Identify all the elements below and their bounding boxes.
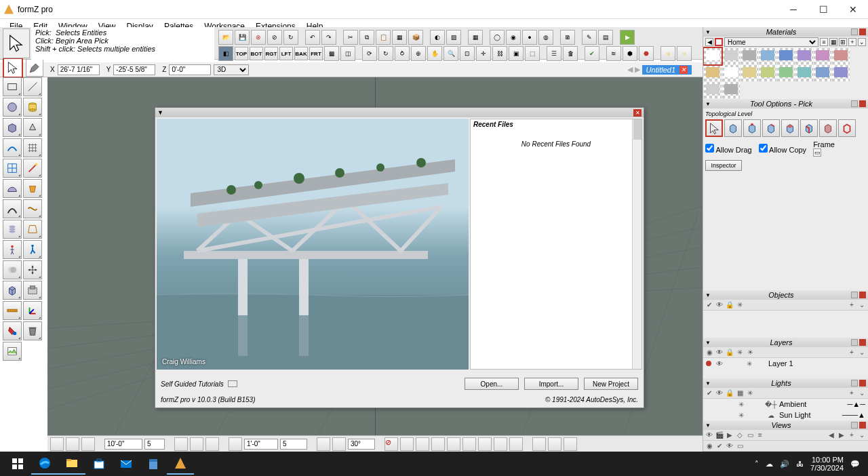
tray-up-icon[interactable]: ˄ [755,460,759,469]
shade1-icon[interactable]: ◐ [430,30,445,45]
close-doc-icon[interactable]: ✕ [679,66,688,74]
box-icon[interactable]: ▦ [392,30,407,45]
calendar-icon[interactable]: ▤ [598,30,613,45]
material-swatch[interactable] [722,82,740,98]
paste-icon[interactable]: 📋 [376,30,391,45]
osnap-int-icon[interactable] [447,437,460,451]
boolean-tool-icon[interactable] [3,260,22,279]
screw-tool-icon[interactable] [3,220,22,239]
spline-tool-icon[interactable] [23,199,42,218]
rect-tool-icon[interactable] [3,77,22,96]
notifications-icon[interactable]: 💬 [850,460,860,469]
vw-opts-icon[interactable]: ≡ [756,431,764,439]
material-swatch[interactable] [704,48,722,64]
material-swatch[interactable] [832,48,850,64]
panel-close-icon[interactable] [859,28,866,35]
target-icon[interactable]: ✛ [476,46,491,61]
cube1-icon[interactable]: ⬢ [623,46,637,61]
li-shadow-icon[interactable]: ▦ [736,389,744,397]
vw-next2-icon[interactable]: ▶ [837,431,846,439]
move-snap-input[interactable] [244,439,278,450]
tray-network-icon[interactable]: 🖧 [796,460,804,468]
objects-list[interactable] [703,311,868,338]
refresh-icon[interactable]: ↻ [283,30,298,45]
play-icon[interactable]: ▶ [620,30,635,45]
angle-input[interactable] [348,439,375,450]
vw-more-icon[interactable]: ⌄ [858,431,866,439]
camera-icon[interactable]: ▣ [509,46,524,61]
material-swatch[interactable] [759,65,776,81]
vw-key-icon[interactable]: ◇ [736,431,744,439]
tray-volume-icon[interactable]: 🔊 [780,460,789,469]
topo-seg-icon[interactable] [743,119,761,137]
measure-tool-icon[interactable] [3,301,22,320]
perspective-icon[interactable]: ◧ [218,46,233,61]
material-swatch[interactable] [704,82,722,98]
pick-tool-large[interactable] [3,28,30,58]
material-swatch[interactable] [722,65,740,81]
lay-active-icon[interactable]: ◉ [705,349,713,357]
zoom-in-icon[interactable]: ⊕ [411,46,426,61]
store-icon[interactable] [85,453,113,475]
panel-close-icon[interactable] [859,292,866,298]
face-snap-icon[interactable] [532,437,546,451]
materials-panel-header[interactable]: ▼Materials [703,27,868,37]
package-icon[interactable]: 📦 [408,30,423,45]
mat-add-icon[interactable]: + [848,38,856,46]
clip-icon[interactable]: ☰ [547,46,561,61]
edge-icon[interactable] [31,453,58,475]
view-lft[interactable]: LFT [279,47,293,60]
lay-eye-icon[interactable]: 👁 [715,349,724,357]
panel-min-icon[interactable] [851,380,858,386]
vw-ctrl-icon[interactable]: ▭ [736,442,744,450]
osnap-perp-icon[interactable] [478,437,492,451]
doc-icon[interactable]: 🗎 [560,30,575,45]
new-project-button[interactable]: New Project [584,378,638,390]
check-icon[interactable]: ✔ [585,46,599,61]
trash-icon[interactable]: 🗑 [563,46,578,61]
li-check-icon[interactable]: ✔ [705,389,713,397]
pen-tool-icon[interactable] [26,59,43,77]
cut-icon[interactable]: ✂ [343,30,358,45]
curve-tool-icon[interactable] [3,199,22,218]
cube2-icon[interactable]: ⬣ [639,46,654,61]
axon-icon[interactable]: ◫ [340,46,355,61]
panel-close-icon[interactable] [859,100,866,107]
guide-snap-icon[interactable] [564,437,577,451]
fit-icon[interactable]: ⊡ [460,46,475,61]
vw-prev2-icon[interactable]: ◀ [827,431,835,439]
loft-tool-icon[interactable] [23,220,42,239]
view-frt[interactable]: FRT [309,47,323,60]
zoom-icon[interactable]: 🔍 [443,46,458,61]
circle2-icon[interactable]: ◉ [506,30,521,45]
mesh-tool-icon[interactable] [23,138,42,157]
walk-icon[interactable]: ⛓ [492,46,507,61]
shade2-icon[interactable]: ▨ [446,30,461,45]
mat-lg-icon[interactable]: ⊞ [839,38,847,46]
vw-lock-icon[interactable]: ▭ [746,431,754,439]
obj-eye-icon[interactable]: 👁 [715,301,724,309]
paint-tool-icon[interactable] [3,321,22,340]
objects-panel-header[interactable]: ▼Objects [703,290,868,300]
sphere-icon[interactable]: ● [522,30,537,45]
li-add-icon[interactable]: + [848,389,856,397]
cancel-icon[interactable]: ⊘ [267,30,282,45]
topo-group-icon[interactable] [819,119,837,137]
pencil-icon[interactable]: ✎ [582,30,597,45]
box-tool-icon[interactable] [3,118,22,137]
layer-eye-icon[interactable]: 👁 [715,359,724,368]
mat-more-icon[interactable]: ⌄ [858,38,866,46]
material-swatch[interactable] [741,65,758,81]
view-bak[interactable]: BAK [294,47,308,60]
inspector-button[interactable]: Inspector [705,160,742,171]
dialog-titlebar[interactable]: ▼ ✕ [155,108,644,117]
clock[interactable]: 10:00 PM 7/30/2024 [810,456,844,472]
notes-icon[interactable] [140,453,167,475]
layer-active-icon[interactable] [706,361,711,366]
human-icon[interactable]: ⬚ [525,46,540,61]
topo-hole-icon[interactable] [838,119,856,137]
lay-snap-icon[interactable]: ✳ [736,349,744,357]
delete-x-icon[interactable]: ⊗ [251,30,266,45]
image-tool-icon[interactable] [3,342,22,361]
globe-icon[interactable]: ◍ [538,30,553,45]
